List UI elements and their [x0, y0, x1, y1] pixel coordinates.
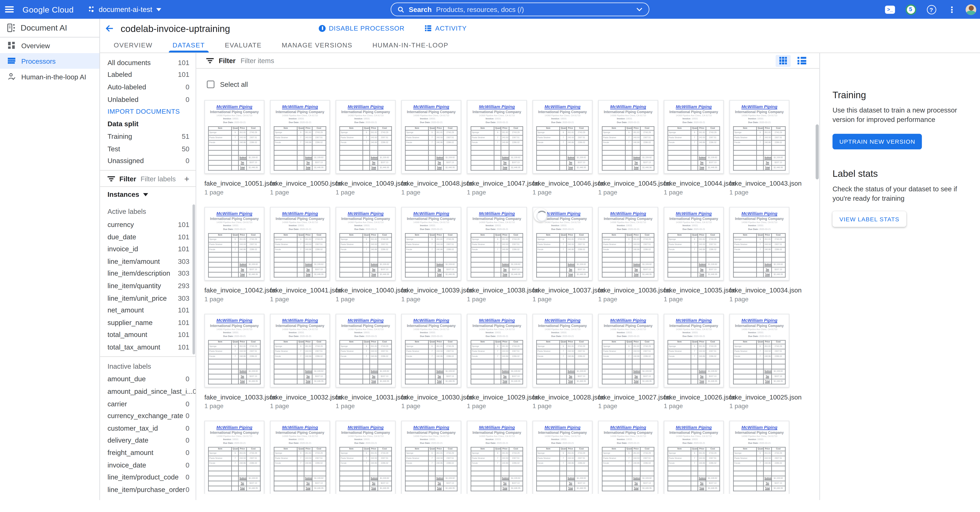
tab-manage-versions[interactable]: MANAGE VERSIONS	[272, 37, 363, 52]
document-thumbnail[interactable]: McWilliam Piping International Piping Co…	[729, 314, 789, 388]
doc-filter-row[interactable]: Unlabeled 0	[100, 93, 196, 105]
document-thumbnail[interactable]: McWilliam Piping International Piping Co…	[598, 100, 658, 174]
document-filename[interactable]: fake_invoice_10026.json	[663, 393, 724, 401]
document-filename[interactable]: fake_invoice_10039.json	[401, 286, 461, 294]
document-filename[interactable]: fake_invoice_10041.json	[270, 286, 330, 294]
sidebar-item-overview[interactable]: Overview	[0, 37, 99, 53]
search-input[interactable]: Search Products, resources, docs (/)	[391, 3, 649, 16]
document-thumbnail[interactable]: McWilliam Piping International Piping Co…	[533, 421, 592, 494]
document-thumbnail[interactable]: McWilliam Piping International Piping Co…	[729, 207, 789, 280]
document-thumbnail[interactable]: McWilliam Piping International Piping Co…	[401, 421, 461, 494]
document-card[interactable]: McWilliam Piping International Piping Co…	[467, 100, 527, 196]
document-thumbnail[interactable]: McWilliam Piping International Piping Co…	[204, 100, 264, 174]
document-card[interactable]: McWilliam Piping International Piping Co…	[204, 207, 264, 302]
label-row[interactable]: total_tax_amount 101	[100, 341, 196, 353]
document-filename[interactable]: fake_invoice_10034.json	[729, 286, 789, 294]
menu-button[interactable]	[0, 0, 19, 19]
label-row[interactable]: currency_exchange_rate 0	[100, 410, 196, 422]
tab-evaluate[interactable]: EVALUATE	[215, 37, 272, 52]
document-card[interactable]: McWilliam Piping International Piping Co…	[270, 100, 330, 196]
document-card[interactable]: McWilliam Piping International Piping Co…	[729, 314, 789, 409]
select-all-checkbox[interactable]	[207, 81, 214, 88]
add-label-button[interactable]: +	[184, 174, 189, 183]
document-filename[interactable]: fake_invoice_10027.json	[598, 393, 658, 401]
instances-dropdown[interactable]: Instances	[100, 187, 196, 202]
document-thumbnail[interactable]: McWilliam Piping International Piping Co…	[663, 207, 724, 280]
document-card[interactable]: McWilliam Piping International Piping Co…	[467, 314, 527, 409]
split-row[interactable]: Training 51	[100, 130, 196, 142]
document-filename[interactable]: fake_invoice_10032.json	[270, 393, 330, 401]
document-thumbnail[interactable]: McWilliam Piping International Piping Co…	[401, 207, 461, 280]
document-thumbnail[interactable]: McWilliam Piping International Piping Co…	[336, 207, 396, 280]
document-thumbnail[interactable]: McWilliam Piping International Piping Co…	[336, 314, 396, 388]
cloud-shell-button[interactable]: >_	[883, 3, 897, 16]
document-thumbnail[interactable]: McWilliam Piping International Piping Co…	[729, 421, 789, 494]
label-row[interactable]: line_item/product_code 0	[100, 471, 196, 483]
label-row[interactable]: line_item/unit_price 303	[100, 292, 196, 304]
document-card[interactable]: McWilliam Piping International Piping Co…	[598, 421, 658, 494]
document-card[interactable]: McWilliam Piping International Piping Co…	[598, 207, 658, 302]
back-button[interactable]	[100, 19, 119, 38]
document-card[interactable]: McWilliam Piping International Piping Co…	[533, 207, 592, 302]
document-filename[interactable]: fake_invoice_10031.json	[336, 393, 396, 401]
document-filename[interactable]: fake_invoice_10046.json	[533, 180, 592, 187]
document-filename[interactable]: fake_invoice_10029.json	[467, 393, 527, 401]
label-row[interactable]: supplier_name 101	[100, 316, 196, 328]
google-cloud-logo[interactable]: Google Cloud	[22, 5, 74, 14]
document-thumbnail[interactable]: McWilliam Piping International Piping Co…	[598, 207, 658, 280]
sidebar-item-processors[interactable]: Processors	[0, 53, 99, 69]
doc-filter-row[interactable]: All documents 101	[100, 56, 196, 68]
document-card[interactable]: McWilliam Piping International Piping Co…	[663, 207, 724, 302]
label-row[interactable]: line_item/amount 303	[100, 255, 196, 267]
document-thumbnail[interactable]: McWilliam Piping International Piping Co…	[270, 421, 330, 494]
document-thumbnail[interactable]: McWilliam Piping International Piping Co…	[270, 314, 330, 388]
user-avatar[interactable]	[966, 4, 976, 15]
document-thumbnail[interactable]: McWilliam Piping International Piping Co…	[533, 314, 592, 388]
activity-button[interactable]: ACTIVITY	[425, 24, 467, 32]
view-label-stats-button[interactable]: VIEW LABEL STATS	[832, 211, 906, 227]
document-card[interactable]: McWilliam Piping International Piping Co…	[533, 314, 592, 409]
document-filename[interactable]: fake_invoice_10051.json	[204, 180, 264, 187]
label-row[interactable]: amount_due 0	[100, 373, 196, 385]
label-row[interactable]: total_amount 101	[100, 329, 196, 341]
document-filename[interactable]: fake_invoice_10035.json	[663, 286, 724, 294]
document-filename[interactable]: fake_invoice_10040.json	[336, 286, 396, 294]
document-card[interactable]: McWilliam Piping International Piping Co…	[729, 207, 789, 302]
label-row[interactable]: line_item/description 303	[100, 267, 196, 279]
label-row[interactable]: invoice_id 101	[100, 243, 196, 255]
document-card[interactable]: McWilliam Piping International Piping Co…	[336, 421, 396, 494]
document-card[interactable]: McWilliam Piping International Piping Co…	[598, 314, 658, 409]
document-thumbnail[interactable]: McWilliam Piping International Piping Co…	[204, 314, 264, 388]
import-documents-button[interactable]: IMPORT DOCUMENTS	[100, 105, 196, 118]
labels-scrollbar[interactable]	[192, 204, 195, 355]
label-row[interactable]: customer_tax_id 0	[100, 422, 196, 434]
document-filename[interactable]: fake_invoice_10028.json	[533, 393, 592, 401]
document-thumbnail[interactable]: McWilliam Piping International Piping Co…	[598, 314, 658, 388]
document-card[interactable]: McWilliam Piping International Piping Co…	[401, 314, 461, 409]
document-card[interactable]: McWilliam Piping International Piping Co…	[663, 314, 724, 409]
document-card[interactable]: McWilliam Piping International Piping Co…	[401, 100, 461, 196]
document-thumbnail[interactable]: McWilliam Piping International Piping Co…	[467, 314, 527, 388]
search-chevron-icon[interactable]	[636, 8, 643, 11]
document-card[interactable]: McWilliam Piping International Piping Co…	[270, 421, 330, 494]
label-row[interactable]: line_item/purchase_order 0	[100, 483, 196, 495]
document-filename[interactable]: fake_invoice_10036.json	[598, 286, 658, 294]
document-filename[interactable]: fake_invoice_10044.json	[663, 180, 724, 187]
document-thumbnail[interactable]: McWilliam Piping International Piping Co…	[204, 421, 264, 494]
split-row[interactable]: Unassigned 0	[100, 155, 196, 167]
doc-filter-row[interactable]: Auto-labeled 0	[100, 81, 196, 93]
document-thumbnail[interactable]: McWilliam Piping International Piping Co…	[204, 207, 264, 280]
document-thumbnail[interactable]: McWilliam Piping International Piping Co…	[270, 207, 330, 280]
document-filename[interactable]: fake_invoice_10049.json	[336, 180, 396, 187]
grid-view-button[interactable]	[776, 55, 791, 67]
document-card[interactable]: McWilliam Piping International Piping Co…	[401, 421, 461, 494]
document-card[interactable]: McWilliam Piping International Piping Co…	[204, 421, 264, 494]
disable-processor-button[interactable]: DISABLE PROCESSOR	[319, 24, 404, 32]
split-row[interactable]: Test 50	[100, 143, 196, 155]
document-card[interactable]: McWilliam Piping International Piping Co…	[467, 207, 527, 302]
document-card[interactable]: McWilliam Piping International Piping Co…	[336, 100, 396, 196]
document-filename[interactable]: fake_invoice_10042.json	[204, 286, 264, 294]
document-card[interactable]: McWilliam Piping International Piping Co…	[729, 100, 789, 196]
sidebar-item-hitl[interactable]: Human-in-the-loop AI	[0, 69, 99, 84]
document-thumbnail[interactable]: McWilliam Piping International Piping Co…	[467, 421, 527, 494]
